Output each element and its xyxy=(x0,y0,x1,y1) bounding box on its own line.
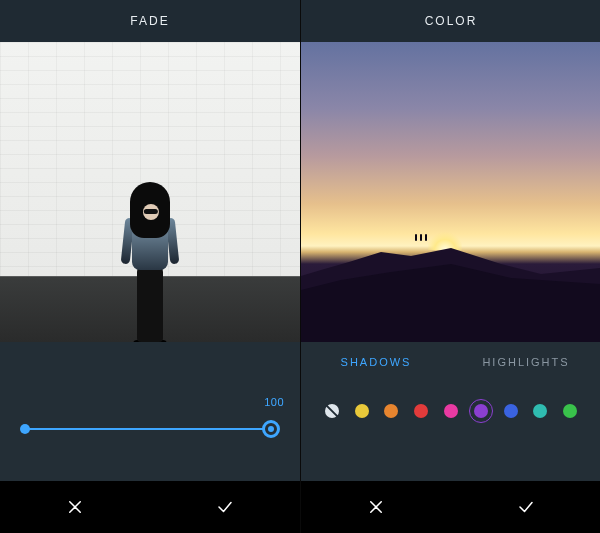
panel-fade: FADE 100 xyxy=(0,0,301,533)
swatch-purple[interactable] xyxy=(474,404,488,418)
panel-color: COLOR SHADOWS HIGHLIGHTS xyxy=(301,0,600,533)
fade-slider-value: 100 xyxy=(264,396,284,408)
fade-slider-start xyxy=(20,424,30,434)
swatch-orange[interactable] xyxy=(384,404,398,418)
swatch-teal[interactable] xyxy=(533,404,547,418)
tab-shadows[interactable]: SHADOWS xyxy=(301,356,451,368)
controls-fade: 100 xyxy=(0,342,300,481)
header-fade: FADE xyxy=(0,0,300,42)
cancel-button[interactable] xyxy=(301,481,451,533)
swatch-none[interactable] xyxy=(325,404,339,418)
swatch-pink[interactable] xyxy=(444,404,458,418)
check-icon xyxy=(216,498,234,516)
fade-slider-track xyxy=(24,428,276,430)
close-icon xyxy=(367,498,385,516)
color-swatches xyxy=(301,404,600,418)
cancel-button[interactable] xyxy=(0,481,150,533)
accept-button[interactable] xyxy=(150,481,300,533)
swatch-blue[interactable] xyxy=(504,404,518,418)
check-icon xyxy=(517,498,535,516)
close-icon xyxy=(66,498,84,516)
tab-highlights[interactable]: HIGHLIGHTS xyxy=(451,356,600,368)
header-title-color: COLOR xyxy=(425,14,478,28)
header-color: COLOR xyxy=(301,0,600,42)
swatch-green[interactable] xyxy=(563,404,577,418)
swatch-red[interactable] xyxy=(414,404,428,418)
bottombar-color xyxy=(301,481,600,533)
fade-slider[interactable]: 100 xyxy=(20,418,280,458)
fade-slider-thumb[interactable] xyxy=(262,420,280,438)
photo-sunset xyxy=(301,42,600,342)
header-title-fade: FADE xyxy=(130,14,169,28)
color-tabs: SHADOWS HIGHLIGHTS xyxy=(301,342,600,382)
photo-fade xyxy=(0,42,300,342)
preview-fade xyxy=(0,42,300,342)
bottombar-fade xyxy=(0,481,300,533)
controls-color: SHADOWS HIGHLIGHTS xyxy=(301,342,600,481)
accept-button[interactable] xyxy=(451,481,600,533)
swatch-yellow[interactable] xyxy=(355,404,369,418)
preview-color xyxy=(301,42,600,342)
